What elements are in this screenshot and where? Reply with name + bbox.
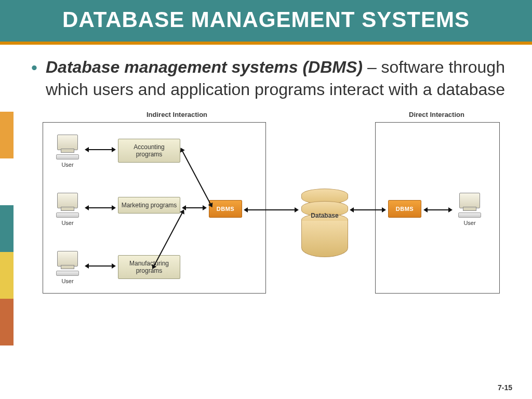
arrow-icon [185, 207, 203, 208]
keyboard-icon [458, 212, 481, 218]
program-box-manufacturing: Manufacturing programs [118, 255, 180, 279]
content-area: Database management systems (DBMS) – sof… [0, 45, 532, 308]
user-pc: User [454, 193, 485, 226]
user-label: User [454, 220, 485, 226]
arrow-icon [353, 209, 382, 210]
monitor-icon [57, 251, 78, 267]
user-pc: User [52, 193, 83, 226]
arrow-icon [88, 207, 112, 208]
user-pc: User [52, 135, 83, 168]
database-label: Database [301, 212, 348, 219]
arrow-icon [88, 265, 112, 267]
dbms-diagram: Indirect Interaction Direct Interaction … [43, 111, 500, 303]
header-direct: Direct Interaction [409, 111, 464, 118]
user-label: User [52, 220, 83, 226]
accent-stripe [0, 299, 14, 345]
accent-stripe [0, 205, 14, 252]
definition-term: Database management systems (DBMS) [46, 58, 363, 76]
keyboard-icon [56, 154, 79, 159]
header-indirect: Indirect Interaction [147, 111, 207, 118]
program-box-marketing: Marketing programs [118, 197, 180, 214]
slide-title: DATABASE MANAGEMENT SYSTEMS [5, 7, 527, 32]
accent-stripe [0, 112, 14, 158]
program-box-accounting: Accounting programs [118, 139, 180, 163]
user-label: User [52, 278, 83, 284]
arrow-icon [88, 149, 112, 150]
keyboard-icon [56, 212, 79, 218]
monitor-icon [459, 193, 480, 208]
user-label: User [52, 162, 83, 168]
arrow-icon [427, 209, 449, 210]
accent-stripe [0, 252, 14, 299]
monitor-icon [57, 193, 78, 208]
dbms-box-left: DBMS [209, 200, 242, 218]
page-number: 7-15 [498, 383, 512, 392]
user-pc: User [52, 251, 83, 284]
keyboard-icon [56, 271, 79, 276]
monitor-icon [57, 135, 78, 150]
definition-bullet: Database management systems (DBMS) – sof… [31, 56, 511, 101]
arrow-icon [247, 209, 295, 210]
title-bar: DATABASE MANAGEMENT SYSTEMS [0, 0, 532, 45]
dbms-box-right: DBMS [388, 200, 421, 218]
